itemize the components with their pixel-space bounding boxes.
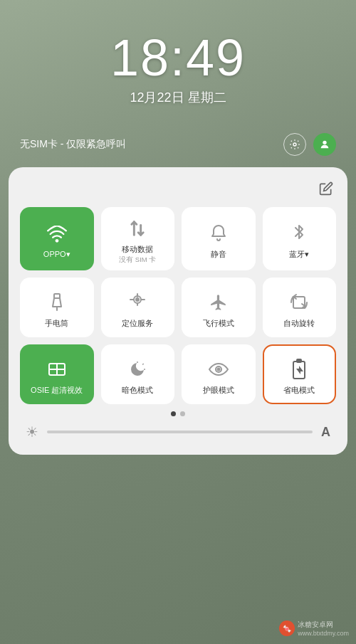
- status-bar: [0, 0, 356, 9]
- eye-icon: [209, 357, 229, 382]
- font-size-label[interactable]: A: [321, 425, 330, 440]
- tile-osie[interactable]: OSIE 超清视效: [20, 344, 94, 404]
- airplane-label: 飞行模式: [203, 318, 234, 329]
- silent-label: 静音: [211, 249, 226, 260]
- user-icon[interactable]: [313, 133, 336, 156]
- tiles-row-2: 手电筒 定位服务 飞行模式: [20, 278, 336, 337]
- battery-save-label: 省电模式: [283, 385, 315, 396]
- sim-status-text: 无SIM卡 - 仅限紧急呼叫: [20, 138, 126, 151]
- notif-bar-right: [283, 133, 336, 156]
- bell-icon: [210, 221, 227, 246]
- tile-battery-save[interactable]: 省电模式: [263, 344, 337, 404]
- svg-rect-19: [297, 359, 301, 362]
- watermark-icon: 🍬: [279, 621, 295, 636]
- svg-point-0: [293, 143, 296, 146]
- osie-label: OSIE 超清视效: [31, 385, 83, 396]
- tile-auto-rotate[interactable]: 自动旋转: [263, 278, 337, 337]
- svg-line-14: [143, 364, 144, 364]
- location-label: 定位服务: [122, 318, 153, 329]
- svg-point-17: [217, 368, 219, 370]
- dot-1: [171, 411, 176, 416]
- svg-point-8: [136, 298, 139, 301]
- watermark: 🍬 冰糖安卓网 www.btxtdmy.com: [279, 620, 349, 637]
- svg-point-1: [323, 141, 326, 144]
- flashlight-icon: [49, 290, 65, 315]
- bluetooth-label: 蓝牙▾: [289, 249, 309, 260]
- tile-eye-care[interactable]: 护眼模式: [182, 344, 256, 404]
- rotate-icon: [289, 290, 309, 315]
- clock-time: 18:49: [0, 30, 356, 86]
- location-icon: [129, 290, 146, 315]
- svg-point-2: [55, 239, 58, 243]
- tile-flashlight[interactable]: 手电筒: [20, 278, 94, 337]
- dark-mode-label: 暗色模式: [122, 385, 153, 396]
- battery-save-icon: [291, 357, 307, 382]
- tile-silent[interactable]: 静音: [182, 207, 256, 270]
- tile-bluetooth[interactable]: 蓝牙▾: [263, 207, 337, 270]
- tiles-row-1: OPPO▾ 移动数据 没有 SIM 卡: [20, 207, 336, 270]
- tiles-row-3: OSIE 超清视效 暗色模式: [20, 344, 336, 404]
- quick-settings-panel: OPPO▾ 移动数据 没有 SIM 卡: [9, 167, 347, 455]
- pagination-dots: [20, 411, 336, 416]
- wifi-label: OPPO▾: [43, 250, 70, 259]
- panel-edit-area: [20, 179, 336, 199]
- mobile-data-label: 移动数据: [122, 244, 153, 255]
- bluetooth-icon: [293, 221, 305, 246]
- tile-dark-mode[interactable]: 暗色模式: [101, 344, 175, 404]
- eye-care-label: 护眼模式: [203, 385, 234, 396]
- settings-icon[interactable]: [283, 133, 306, 156]
- mobile-data-sublabel: 没有 SIM 卡: [119, 255, 156, 265]
- dot-2: [180, 411, 185, 416]
- tile-airplane[interactable]: 飞行模式: [182, 278, 256, 337]
- notif-bar: 无SIM卡 - 仅限紧急呼叫: [11, 127, 345, 162]
- watermark-text: 冰糖安卓网 www.btxtdmy.com: [298, 620, 349, 637]
- tile-wifi[interactable]: OPPO▾: [20, 207, 94, 270]
- dark-icon: [129, 357, 146, 382]
- clock-area: 18:49 12月22日 星期二: [0, 9, 356, 113]
- brightness-icon[interactable]: ☀: [26, 423, 38, 440]
- osie-icon: [47, 357, 67, 382]
- tile-mobile-data[interactable]: 移动数据 没有 SIM 卡: [101, 207, 175, 270]
- wifi-icon: [47, 221, 67, 247]
- clock-date: 12月22日 星期二: [0, 89, 356, 106]
- edit-button[interactable]: [316, 179, 336, 199]
- airplane-icon: [209, 290, 228, 315]
- mobile-data-icon: [130, 216, 145, 241]
- flashlight-label: 手电筒: [45, 318, 68, 329]
- auto-rotate-label: 自动旋转: [283, 318, 315, 329]
- tile-location[interactable]: 定位服务: [101, 278, 175, 337]
- brightness-slider[interactable]: [47, 431, 313, 433]
